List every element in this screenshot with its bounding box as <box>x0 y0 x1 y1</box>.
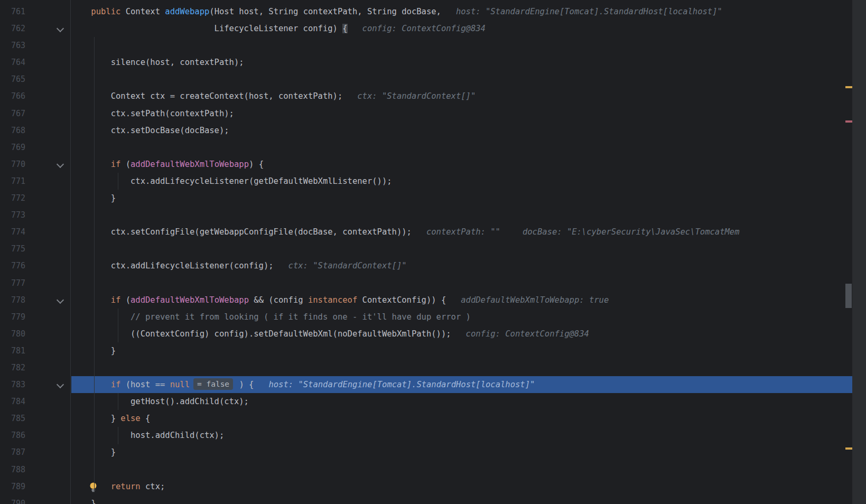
code-token: silence(host, contextPath); <box>71 58 244 67</box>
code-row: 784 getHost().addChild(ctx); <box>0 393 852 410</box>
code-token: } <box>71 193 116 203</box>
line-number[interactable]: 767 <box>0 105 25 122</box>
code-editor: 761 public Context addWebapp(Host host, … <box>0 0 866 504</box>
line-number[interactable]: 769 <box>0 139 25 156</box>
line-number[interactable]: 778 <box>0 292 25 309</box>
line-number[interactable]: 763 <box>0 37 25 54</box>
line-number[interactable]: 773 <box>0 207 25 223</box>
line-number[interactable]: 780 <box>0 325 25 342</box>
line-number[interactable]: 779 <box>0 309 25 325</box>
code-text[interactable]: // prevent it from looking ( if it finds… <box>71 309 852 325</box>
debugger-evaluated-value-chip[interactable]: = false <box>193 378 233 390</box>
analysis-stripe-mark[interactable] <box>845 120 852 123</box>
code-text[interactable] <box>71 207 852 223</box>
line-number[interactable]: 777 <box>0 275 25 292</box>
gutter: 785 <box>0 410 71 427</box>
line-number[interactable]: 776 <box>0 257 25 274</box>
code-token: ctx.addLifecycleListener(getDefaultWebXm… <box>71 176 392 186</box>
code-text[interactable]: ctx.addLifecycleListener(getDefaultWebXm… <box>71 173 852 190</box>
indent-guide <box>118 173 118 190</box>
code-row: 782 <box>0 359 852 376</box>
line-number[interactable]: 761 <box>0 3 25 20</box>
code-token: } <box>71 414 120 423</box>
indent-guide <box>94 37 95 491</box>
code-text[interactable] <box>71 71 852 88</box>
chevron-down-icon[interactable] <box>57 296 64 304</box>
line-number[interactable]: 774 <box>0 223 25 240</box>
code-text[interactable] <box>71 275 852 292</box>
analysis-stripe-mark[interactable] <box>845 86 852 88</box>
code-text[interactable]: silence(host, contextPath); <box>71 54 852 71</box>
line-number[interactable]: 784 <box>0 393 25 410</box>
line-number[interactable]: 771 <box>0 173 25 190</box>
code-row: 790 } <box>0 495 852 504</box>
error-stripe[interactable] <box>852 0 866 504</box>
gutter: 767 <box>0 105 71 122</box>
code-text[interactable]: } <box>71 495 852 504</box>
code-text[interactable]: LifecycleListener config) {config: Conte… <box>71 20 852 37</box>
code-token <box>71 380 111 389</box>
code-text[interactable]: if (host == null= false ) {host: "Standa… <box>71 376 852 393</box>
code-text[interactable] <box>71 37 852 54</box>
code-text[interactable]: if (addDefaultWebXmlToWebapp && (config … <box>71 292 852 309</box>
code-text[interactable]: } <box>71 190 852 207</box>
code-text[interactable] <box>71 240 852 257</box>
line-number[interactable]: 786 <box>0 427 25 444</box>
chevron-down-icon[interactable] <box>57 161 64 168</box>
line-number[interactable]: 768 <box>0 122 25 139</box>
lightbulb-icon[interactable] <box>89 481 97 492</box>
code-text[interactable]: public Context addWebapp(Host host, Stri… <box>71 3 852 20</box>
code-text[interactable] <box>71 461 852 478</box>
code-text[interactable]: } else { <box>71 410 852 427</box>
code-token: instanceof <box>308 295 357 305</box>
code-text[interactable]: ctx.addLifecycleListener(config);ctx: "S… <box>71 257 852 274</box>
code-token: LifecycleListener config) <box>71 24 342 33</box>
code-token: addWebapp <box>165 7 209 16</box>
line-number[interactable]: 764 <box>0 54 25 71</box>
code-token: { <box>342 24 347 33</box>
chevron-down-icon[interactable] <box>57 381 64 388</box>
line-number[interactable]: 789 <box>0 478 25 495</box>
code-token: if <box>111 295 121 305</box>
line-number[interactable]: 775 <box>0 240 25 257</box>
indent-guide <box>118 427 118 444</box>
code-text[interactable]: Context ctx = createContext(host, contex… <box>71 88 852 105</box>
gutter: 769 <box>0 139 71 156</box>
scrollbar-thumb[interactable] <box>845 284 852 308</box>
line-number[interactable]: 766 <box>0 88 25 105</box>
code-text[interactable]: ctx.setConfigFile(getWebappConfigFile(do… <box>71 223 852 240</box>
line-number[interactable]: 790 <box>0 495 25 504</box>
code-text[interactable]: host.addChild(ctx); <box>71 427 852 444</box>
line-number[interactable]: 787 <box>0 444 25 461</box>
code-text[interactable]: ctx.setDocBase(docBase); <box>71 122 852 139</box>
line-number[interactable]: 788 <box>0 461 25 478</box>
code-text[interactable] <box>71 139 852 156</box>
code-text[interactable]: getHost().addChild(ctx); <box>71 393 852 410</box>
chevron-down-icon[interactable] <box>57 25 64 32</box>
code-text[interactable]: return ctx; <box>71 478 852 495</box>
analysis-stripe-mark[interactable] <box>845 447 852 450</box>
code-text[interactable]: if (addDefaultWebXmlToWebapp) { <box>71 156 852 173</box>
gutter: 783 <box>0 376 71 393</box>
line-number[interactable]: 785 <box>0 410 25 427</box>
debugger-inline-hint: ctx: "StandardContext[]" <box>288 261 407 270</box>
code-row: 771 ctx.addLifecycleListener(getDefaultW… <box>0 173 852 190</box>
code-text[interactable] <box>71 359 852 376</box>
line-number[interactable]: 783 <box>0 376 25 393</box>
line-number[interactable]: 765 <box>0 71 25 88</box>
line-number[interactable]: 772 <box>0 190 25 207</box>
code-token: && (config <box>249 295 308 305</box>
code-row: 785 } else { <box>0 410 852 427</box>
code-text[interactable]: } <box>71 342 852 359</box>
code-text[interactable]: } <box>71 444 852 461</box>
line-number[interactable]: 762 <box>0 20 25 37</box>
line-number[interactable]: 782 <box>0 359 25 376</box>
gutter: 775 <box>0 240 71 257</box>
code-text[interactable]: ctx.setPath(contextPath); <box>71 105 852 122</box>
code-token: (Host host, String contextPath, String d… <box>209 7 441 16</box>
line-number[interactable]: 781 <box>0 342 25 359</box>
line-number[interactable]: 770 <box>0 156 25 173</box>
code-token: // prevent it from looking ( if it finds… <box>71 312 471 322</box>
code-row: 775 <box>0 240 852 257</box>
code-text[interactable]: ((ContextConfig) config).setDefaultWebXm… <box>71 325 852 342</box>
